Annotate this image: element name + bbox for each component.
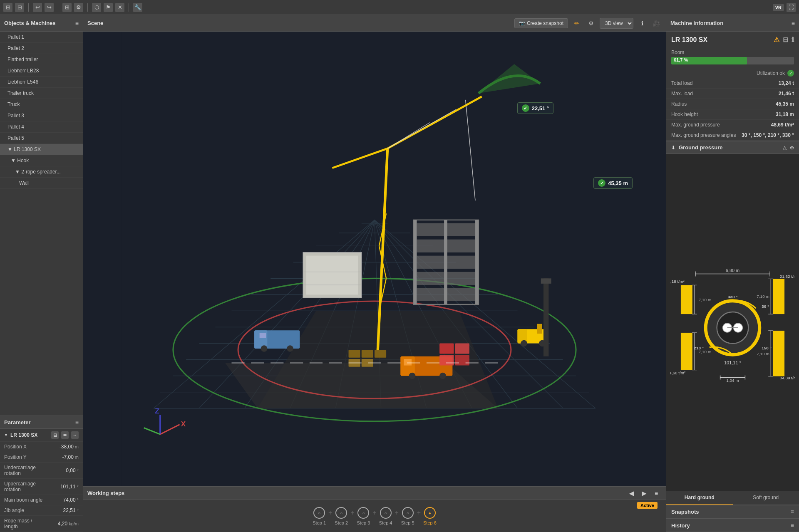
toolbar-redo-icon[interactable]: ↪ xyxy=(45,3,54,12)
tree-item-liebherr-lb28[interactable]: Liebherr LB28 xyxy=(0,65,83,77)
param-info-icon[interactable]: → xyxy=(71,431,79,439)
check-icon-2: ✓ xyxy=(598,179,605,187)
toolbar-grid-icon[interactable]: ⊞ xyxy=(3,3,12,12)
machine-warn-icon[interactable]: ⚠ xyxy=(774,36,779,44)
steps-next-icon[interactable]: ▶ xyxy=(638,488,649,499)
view-mode-select[interactable]: 3D view xyxy=(600,18,633,29)
tree-item-hook[interactable]: ▼ Hook xyxy=(0,155,83,166)
hard-ground-tab[interactable]: Hard ground xyxy=(666,491,733,505)
toolbar-close-icon[interactable]: ✕ xyxy=(115,3,124,12)
toolbar-apps-icon[interactable]: ⊞ xyxy=(62,3,72,12)
gp-diagram: 6,80 m 9,18 t/m² 14,60 t/m² 7,10 m 7,10 … xyxy=(666,154,799,491)
tree-item-pallet-5[interactable]: Pallet 5 xyxy=(0,133,83,144)
svg-rect-77 xyxy=(541,278,551,283)
annotation-jib-angle: ✓ 22,51 ° xyxy=(517,102,553,114)
tree-item-pallet-2[interactable]: Pallet 2 xyxy=(0,43,83,54)
step-6-circle[interactable]: ● xyxy=(424,507,436,519)
tree-item-pallet-4[interactable]: Pallet 4 xyxy=(0,121,83,133)
svg-text:330 °: 330 ° xyxy=(728,294,737,299)
scene-area[interactable]: X Z ✓ 22,51 ° ✓ 45,35 m xyxy=(83,32,666,486)
pencil-tool-icon[interactable]: ✏ xyxy=(571,18,582,29)
param-machine-row: ▼ LR 1300 SX ⊟ ✏ → xyxy=(0,429,83,442)
step-3-item: ○ Step 3 xyxy=(357,507,370,525)
svg-rect-101 xyxy=(773,331,784,376)
step-2-circle[interactable]: ○ xyxy=(335,507,347,519)
svg-text:7,10 m: 7,10 m xyxy=(699,297,711,302)
working-steps-content: Active ○ Step 1 + ○ Step 2 + ○ Step 3 + … xyxy=(83,500,666,532)
gp-edit-icon[interactable]: △ xyxy=(783,145,787,151)
objects-panel-menu-icon[interactable]: ≡ xyxy=(75,20,79,27)
param-machine-name: LR 1300 SX xyxy=(10,432,49,438)
machine-info-header: Machine information ≡ xyxy=(666,15,799,32)
steps-prev-icon[interactable]: ◀ xyxy=(626,488,637,499)
param-pencil-icon[interactable]: ✏ xyxy=(61,431,69,439)
toolbar-wrench-icon[interactable]: 🔧 xyxy=(133,3,142,12)
gp-globe-icon[interactable]: ⊕ xyxy=(790,145,794,151)
active-badge: Active xyxy=(637,502,658,509)
toolbar-undo-icon[interactable]: ↩ xyxy=(33,3,42,12)
toolbar-tools-icon[interactable]: ⚙ xyxy=(74,3,83,12)
machine-info-title: Machine information xyxy=(670,20,723,26)
tree-item-2-rope-spreader...[interactable]: ▼ 2-rope spreader... xyxy=(0,166,83,178)
tree-item-pallet-3[interactable]: Pallet 3 xyxy=(0,110,83,121)
steps-menu-icon[interactable]: ≡ xyxy=(651,488,662,499)
machine-info-menu-icon[interactable]: ≡ xyxy=(792,20,795,27)
param-row-main-boom-angle: Main boom angle 74,00 ° xyxy=(0,495,83,505)
snapshot-label: Create snapshot xyxy=(527,20,563,26)
step-4-circle[interactable]: ○ xyxy=(380,507,392,519)
svg-text:210 °: 210 ° xyxy=(694,346,703,350)
snapshot-camera-icon: 📷 xyxy=(519,20,525,26)
history-header: History ≡ xyxy=(666,519,799,532)
svg-text:14,60 t/m²: 14,60 t/m² xyxy=(670,371,686,375)
machine-name-row: LR 1300 SX ⚠ ⊟ ℹ xyxy=(666,32,799,46)
info-row-radius: Radius 45,35 m xyxy=(666,99,799,109)
step-3-circle[interactable]: ○ xyxy=(357,507,369,519)
param-panel: Parameter ≡ ▼ LR 1300 SX ⊟ ✏ → Position … xyxy=(0,416,83,532)
snapshots-section: Snapshots ≡ xyxy=(666,505,799,518)
working-steps-panel: Working steps ◀ ▶ ≡ Active ○ Step 1 + ○ … xyxy=(83,486,666,532)
machine-doc-icon[interactable]: ⊟ xyxy=(783,36,788,44)
main-layout: Objects & Machines ≡ Pallet 1Pallet 2Fla… xyxy=(0,15,799,532)
soft-ground-tab[interactable]: Soft ground xyxy=(733,491,799,505)
svg-text:30 °: 30 ° xyxy=(762,304,769,309)
camera-viewport-icon[interactable]: 🎥 xyxy=(651,18,662,29)
svg-text:9,18 t/m²: 9,18 t/m² xyxy=(670,279,685,284)
history-menu-icon[interactable]: ≡ xyxy=(791,522,794,529)
machine-info-icon[interactable]: ℹ xyxy=(792,36,794,44)
tree-item-lr-1300-sx[interactable]: ▼ LR 1300 SX xyxy=(0,144,83,155)
history-title: History xyxy=(671,522,690,529)
svg-text:6,80 m: 6,80 m xyxy=(726,268,740,273)
svg-rect-39 xyxy=(414,220,417,304)
toolbar-flag-icon[interactable]: ⚑ xyxy=(104,3,113,12)
tree-item-pallet-1[interactable]: Pallet 1 xyxy=(0,32,83,43)
utilization-label: Utilization ok xyxy=(757,70,785,76)
toolbar-import-icon[interactable]: ⬡ xyxy=(92,3,101,12)
step-plus-3: + xyxy=(370,509,379,517)
svg-text:1,04 m: 1,04 m xyxy=(726,378,739,383)
param-panel-menu-icon[interactable]: ≡ xyxy=(75,419,79,426)
svg-rect-53 xyxy=(260,333,266,338)
step-1-circle[interactable]: ○ xyxy=(313,507,325,519)
snapshots-title: Snapshots xyxy=(671,509,699,515)
tree-item-flatbed-trailer[interactable]: Flatbed trailer xyxy=(0,54,83,65)
viewport-header: Scene 📷 Create snapshot ✏ ⚙ 3D view ℹ 🎥 xyxy=(83,15,666,32)
tree-item-wall[interactable]: Wall xyxy=(0,178,83,189)
ground-tabs: Hard ground Soft ground xyxy=(666,491,799,505)
gp-download-icon[interactable]: ⬇ xyxy=(671,145,675,151)
svg-rect-40 xyxy=(475,220,479,304)
svg-point-59 xyxy=(409,373,416,379)
snapshot-button[interactable]: 📷 Create snapshot xyxy=(514,18,568,28)
boom-section: Boom 61,7 % xyxy=(666,46,799,68)
tree-item-trailer-truck[interactable]: Trailer truck xyxy=(0,88,83,99)
toolbar-expand-icon[interactable]: ⛶ xyxy=(787,3,796,12)
tree-item-truck[interactable]: Truck xyxy=(0,99,83,110)
toolbar-table-icon[interactable]: ⊟ xyxy=(15,3,24,12)
top-toolbar: ⊞ ⊟ ↩ ↪ ⊞ ⚙ ⬡ ⚑ ✕ 🔧 VR ⛶ xyxy=(0,0,799,15)
step-5-circle[interactable]: ○ xyxy=(402,507,414,519)
tree-item-liebherr-l546[interactable]: Liebherr L546 xyxy=(0,77,83,88)
svg-rect-67 xyxy=(362,350,373,358)
settings-tool-icon[interactable]: ⚙ xyxy=(586,18,596,29)
snapshots-menu-icon[interactable]: ≡ xyxy=(791,508,794,515)
info-viewport-icon[interactable]: ℹ xyxy=(637,18,648,29)
param-edit-icon[interactable]: ⊟ xyxy=(51,431,59,439)
